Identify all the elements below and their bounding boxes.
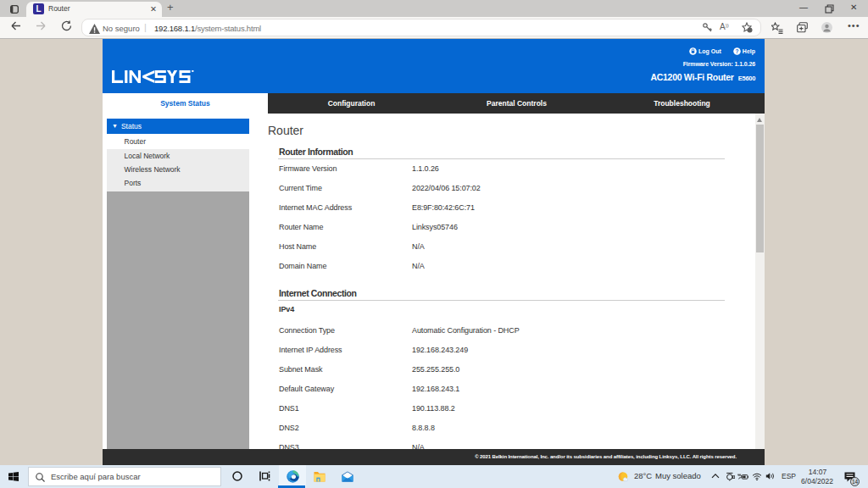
svg-text:14: 14 (852, 479, 859, 485)
svg-text:?: ? (735, 48, 738, 54)
